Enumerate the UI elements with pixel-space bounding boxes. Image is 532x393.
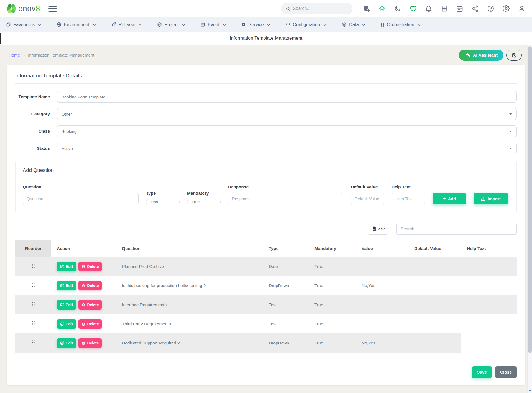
delete-button[interactable]: Delete — [78, 338, 102, 348]
chevron-down-icon — [223, 24, 226, 26]
question-cell: Interface Requirements — [116, 295, 263, 314]
calendar-icon[interactable] — [456, 5, 463, 12]
chevron-down-icon — [93, 24, 96, 26]
scrollbar-thumb[interactable] — [528, 46, 532, 353]
history-button[interactable] — [506, 50, 522, 61]
search-input[interactable] — [293, 6, 348, 11]
download-icon — [481, 196, 485, 201]
user-profile-icon[interactable] — [518, 5, 525, 12]
import-button[interactable]: Import — [474, 193, 508, 204]
close-button[interactable]: Close — [495, 366, 517, 378]
type-select[interactable]: Text — [146, 199, 180, 204]
global-search[interactable] — [281, 3, 352, 14]
delete-button[interactable]: Delete — [78, 300, 102, 310]
nav-item-event[interactable]: Event — [201, 22, 226, 27]
default-value-cell — [409, 295, 461, 314]
share-icon[interactable] — [472, 5, 479, 12]
favourites-windows-icon — [6, 22, 11, 27]
nav-item-service[interactable]: Service — [241, 22, 270, 27]
breadcrumb: Home › Information Template Management — [7, 53, 94, 58]
column-header-default-value: Default Value — [409, 240, 461, 257]
edit-button[interactable]: Edit — [57, 300, 76, 310]
table-search-input[interactable] — [396, 223, 517, 235]
pencil-icon — [60, 322, 64, 326]
table-row: Edit Delete Interface Requirements Text … — [15, 295, 517, 314]
ai-assistant-button[interactable]: AI Assistant — [459, 50, 503, 61]
class-select[interactable]: Booking — [57, 125, 517, 137]
type-cell: Text — [263, 295, 309, 314]
delete-button[interactable]: Delete — [78, 281, 102, 290]
drag-handle-icon[interactable] — [32, 264, 35, 268]
breadcrumb-home-link[interactable]: Home — [9, 53, 20, 58]
template-name-label: Template Name — [15, 94, 50, 100]
globe-icon — [57, 22, 61, 27]
status-select[interactable]: Active — [57, 143, 517, 154]
question-cell: Planned Prod Go Live — [116, 257, 263, 276]
page-scrollbar[interactable] — [527, 45, 532, 393]
svg-text:csv: csv — [373, 229, 375, 230]
delete-button[interactable]: Delete — [78, 262, 102, 271]
settings-gear-icon[interactable] — [503, 5, 510, 12]
trash-icon — [81, 341, 85, 345]
mandatory-select[interactable]: True — [187, 199, 221, 204]
edit-button[interactable]: Edit — [57, 338, 76, 348]
scrollbar-down-arrow-icon[interactable] — [529, 390, 531, 392]
dark-mode-moon-icon[interactable] — [394, 5, 401, 12]
column-header-reorder: Reorder — [15, 240, 51, 257]
export-csv-button[interactable]: csv csv — [368, 223, 388, 235]
drag-handle-icon[interactable] — [32, 340, 35, 345]
help-text-input[interactable] — [392, 193, 425, 204]
help-text-cell — [461, 257, 517, 276]
default-value-input[interactable] — [351, 193, 384, 204]
titlebar-notch — [0, 33, 1, 44]
archive-icon[interactable] — [441, 5, 448, 12]
column-header-type: Type — [263, 240, 309, 257]
data-add-icon[interactable] — [363, 5, 370, 12]
question-cell: Dedicated Support Required ? — [116, 333, 263, 353]
delete-button[interactable]: Delete — [78, 319, 102, 329]
help-text-cell — [461, 295, 517, 314]
edit-button[interactable]: Edit — [57, 262, 76, 271]
layers-icon — [157, 22, 162, 27]
mandatory-cell: True — [309, 257, 356, 276]
nav-item-data[interactable]: Data — [342, 22, 365, 27]
nav-item-project[interactable]: Project — [157, 22, 185, 27]
app-logo[interactable]: enov8 — [6, 3, 40, 14]
question-input[interactable] — [23, 193, 139, 204]
add-question-panel: Add Question Question Type Text Mandator… — [15, 161, 517, 212]
default-value-label: Default Value — [351, 184, 384, 189]
add-question-button[interactable]: + Add — [433, 193, 466, 204]
category-select[interactable]: Other — [57, 108, 517, 120]
nav-item-favourites[interactable]: Favourites — [6, 22, 41, 27]
save-button[interactable]: Save — [472, 366, 492, 378]
drag-handle-icon[interactable] — [32, 283, 35, 287]
trash-icon — [81, 303, 85, 307]
logo-text: enov8 — [18, 4, 40, 13]
chevron-down-icon — [38, 24, 41, 26]
default-value-cell — [409, 314, 461, 333]
nav-item-environment[interactable]: Environment — [57, 22, 96, 27]
drag-handle-icon[interactable] — [32, 302, 35, 306]
edit-button[interactable]: Edit — [57, 319, 76, 329]
type-cell: DropDown — [263, 333, 309, 353]
home-icon[interactable] — [378, 5, 386, 12]
nav-item-release[interactable]: Release — [111, 22, 142, 27]
help-icon[interactable] — [487, 5, 494, 12]
menu-toggle-icon[interactable] — [48, 6, 57, 12]
page-title-bar: Information Template Management — [0, 32, 532, 45]
mandatory-cell: True — [309, 276, 356, 295]
edit-button[interactable]: Edit — [57, 281, 76, 290]
nav-item-orchestration[interactable]: {} Orchestration — [381, 22, 421, 27]
nav-item-configuration[interactable]: Configuration — [286, 22, 326, 27]
default-value-cell — [409, 276, 461, 295]
question-cell: Is this booking for production hotfix te… — [116, 276, 263, 295]
chevron-down-icon — [182, 24, 185, 26]
favourites-heart-icon[interactable] — [410, 5, 417, 12]
table-row: Edit Delete Planned Prod Go Live Date Tr… — [15, 257, 517, 276]
main-nav: Favourites Environment Release Project E… — [0, 17, 532, 32]
drag-handle-icon[interactable] — [32, 321, 35, 326]
template-name-input[interactable]: Booking Form Template — [57, 91, 517, 103]
notifications-bell-icon[interactable] — [425, 5, 432, 12]
response-input[interactable] — [228, 193, 342, 204]
mandatory-label: Mandatory — [187, 191, 221, 196]
